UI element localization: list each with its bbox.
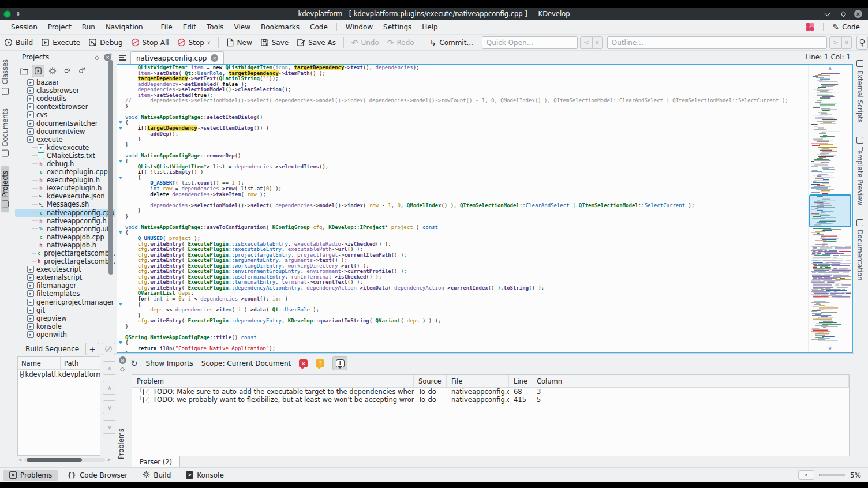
minimap-scrollbar[interactable]: ∧ ∨ — [808, 65, 852, 352]
scroll-left-icon[interactable]: < — [18, 457, 23, 463]
redo-button[interactable]: ↷ Redo — [383, 37, 418, 48]
menu-help[interactable]: Help — [417, 21, 443, 33]
close-button[interactable]: × — [854, 10, 862, 18]
quick-open-back-button[interactable]: < — [580, 36, 593, 49]
tree-item-codeutils[interactable]: ▸codeutils — [15, 95, 115, 103]
move-bottom-button[interactable]: ∨ — [103, 420, 117, 434]
expand-statusbar-button[interactable]: ∧ — [798, 470, 814, 480]
scroll-down-icon[interactable]: ∨ — [809, 346, 852, 351]
column-header-line[interactable]: Line — [509, 375, 532, 387]
hints-filter-button[interactable]: i — [332, 356, 347, 370]
tree-item-kdevexecute[interactable]: ▸kdevexecute — [15, 144, 115, 152]
tree-item-execute[interactable]: ▸execute — [15, 136, 115, 144]
fold-marker-icon[interactable] — [119, 127, 122, 130]
fold-gutter[interactable] — [117, 65, 125, 352]
move-top-button[interactable]: ∧ — [103, 361, 117, 375]
tree-item-nativeappconfig-h[interactable]: hnativeappconfig.h — [15, 217, 115, 225]
sidebar-tab-template-preview[interactable]: Template Preview — [856, 132, 864, 210]
menu-run[interactable]: Run — [77, 21, 100, 33]
tree-item-projecttargetscomb-[interactable]: cprojecttargetscomb... — [15, 249, 115, 257]
menu-file[interactable]: File — [156, 21, 178, 33]
hscrollbar-thumb[interactable] — [27, 458, 82, 462]
build-sequence-hscrollbar[interactable]: < > — [18, 457, 111, 463]
statusbar-konsole[interactable]: >Konsole — [180, 470, 230, 481]
scroll-right-icon[interactable]: > — [107, 457, 111, 463]
problem-row[interactable]: iTODO: Make sure to auto-add the executa… — [132, 388, 849, 396]
tree-item-openwith[interactable]: ▸openwith — [15, 331, 115, 339]
tree-item-konsole[interactable]: ▸konsole — [15, 322, 115, 331]
show-imports-button[interactable]: Show Imports — [146, 359, 193, 367]
menu-bookmarks[interactable]: Bookmarks — [256, 21, 305, 33]
tree-item-iexecuteplugin-h[interactable]: hiexecuteplugin.h — [15, 184, 115, 192]
scroll-up-icon[interactable]: ∧ — [809, 66, 852, 71]
move-down-button[interactable]: ∨ — [103, 400, 117, 414]
new-button[interactable]: New — [222, 36, 256, 48]
statusbar-problems[interactable]: ▪Problems — [3, 470, 58, 481]
assistant-button[interactable] — [856, 36, 868, 50]
menu-code[interactable]: Code — [305, 21, 333, 33]
maximize-button[interactable] — [839, 10, 847, 18]
gear-reload-icon[interactable] — [61, 65, 73, 77]
tree-item-classbrowser[interactable]: ▸classbrowser — [15, 87, 115, 95]
fold-marker-icon[interactable] — [119, 160, 122, 163]
sidebar-tab-documentation[interactable]: Documentation — [856, 215, 864, 286]
column-header-problem[interactable]: Problem — [132, 375, 414, 387]
scroll-down-icon[interactable]: ∨ — [108, 300, 114, 305]
tree-item-messages-sh[interactable]: >_Messages.sh — [15, 200, 115, 208]
open-project-folder-icon[interactable] — [17, 65, 30, 77]
sidebar-tab-projects[interactable]: Projects — [1, 166, 9, 212]
build-button[interactable]: Build — [0, 36, 37, 48]
tree-item-documentview[interactable]: ▸documentview — [15, 127, 115, 136]
close-panel-icon[interactable]: × — [119, 356, 126, 364]
tree-item-nativeappconfig-cpp[interactable]: cnativeappconfig.cpp — [15, 209, 115, 217]
menu-session[interactable]: Session — [6, 21, 43, 33]
sidebar-tab-classes[interactable]: Classes — [1, 54, 9, 100]
menu-edit[interactable]: Edit — [178, 21, 201, 33]
float-panel-icon[interactable]: ◇ — [95, 54, 99, 61]
move-up-button[interactable]: ∧ — [103, 381, 117, 395]
tree-item-executeplugin-h[interactable]: hexecuteplugin.h — [15, 176, 115, 184]
tree-item-cvs[interactable]: ▸cvs — [15, 111, 115, 119]
undo-button[interactable]: ↶ Undo — [347, 37, 383, 48]
tree-item-cmakelists-txt[interactable]: CMakeLists.txt — [15, 152, 115, 160]
float-panel-icon[interactable]: ◇ — [117, 366, 128, 372]
tree-item-git[interactable]: ▸git — [15, 306, 115, 314]
sidebar-tab-external-scripts[interactable]: External Scripts — [856, 55, 864, 127]
menu-tools[interactable]: Tools — [201, 21, 229, 33]
gear-configure-icon[interactable] — [75, 65, 88, 77]
outline-input[interactable] — [607, 36, 827, 49]
minimap-viewport[interactable] — [809, 194, 851, 227]
errors-filter-icon[interactable]: × — [299, 359, 308, 367]
tree-item-filetemplates[interactable]: ▸filetemplates — [15, 290, 115, 298]
fold-marker-icon[interactable] — [119, 303, 122, 306]
fold-marker-icon[interactable] — [119, 121, 122, 124]
commit-button[interactable]: ↳ Commit... — [426, 37, 477, 48]
gear-build-icon[interactable] — [46, 65, 59, 77]
menu-project[interactable]: Project — [43, 21, 77, 33]
tab-nativeappconfig[interactable]: nativeappconfig.cpp × — [130, 51, 224, 64]
column-header-file[interactable]: File — [447, 375, 509, 387]
tree-item-debug-h[interactable]: hdebug.h — [15, 160, 115, 168]
working-area-code-button[interactable]: ✎ Code — [833, 23, 860, 31]
sidebar-tab-documents[interactable]: Documents — [1, 103, 9, 162]
menu-view[interactable]: View — [229, 21, 256, 33]
menu-settings[interactable]: Settings — [378, 21, 417, 33]
tree-item-filemanager[interactable]: ▸filemanager — [15, 281, 115, 290]
quick-open-dropdown-button[interactable]: ∨ — [593, 36, 603, 49]
menu-navigation[interactable]: Navigation — [100, 21, 148, 33]
scope-button[interactable]: Scope: Current Document — [201, 359, 291, 367]
scroll-up-icon[interactable]: ∧ — [108, 52, 114, 57]
column-header-column[interactable]: Column — [532, 375, 849, 387]
area-switcher-icon[interactable] — [806, 23, 814, 31]
build-sequence-row[interactable]: ▸ kdevplatf... kdevplatform — [18, 370, 100, 379]
remove-from-build-sequence-button[interactable] — [102, 343, 115, 355]
problem-row[interactable]: iTODO: we probably want to flexibilize, … — [132, 396, 849, 404]
fold-marker-icon[interactable] — [119, 177, 122, 179]
tree-item-bazaar[interactable]: ▸bazaar — [15, 78, 115, 87]
fold-marker-icon[interactable] — [119, 231, 122, 234]
add-to-build-sequence-button[interactable]: + — [85, 343, 99, 355]
tree-item-genericprojectmanager[interactable]: ▸genericprojectmanager — [15, 298, 115, 306]
statusbar-code-browser[interactable]: {}Code Browser — [61, 470, 133, 481]
tree-item-nativeappconfig-ui[interactable]: ✎nativeappconfig.ui — [15, 225, 115, 233]
code-text[interactable]: QListWidgetItem* item = new QListWidgetI… — [125, 65, 806, 352]
